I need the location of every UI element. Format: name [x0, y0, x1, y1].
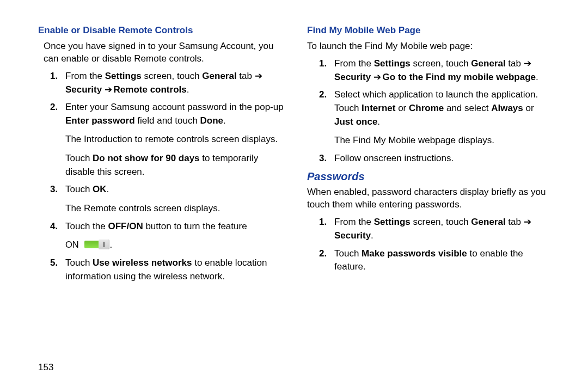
sub-text: The Remote controls screen displays.: [65, 202, 285, 216]
steps-passwords: 1. From the Settings screen, touch Gener…: [307, 216, 554, 274]
text: Touch: [334, 248, 362, 259]
text: screen, touch: [411, 58, 471, 69]
arrow-icon: ➔: [105, 83, 111, 97]
sub-text: ON .: [65, 238, 285, 252]
list-item: 3. Touch OK. The Remote controls screen …: [38, 183, 285, 215]
text-bold: Security: [334, 230, 371, 241]
step-number: 5.: [50, 256, 58, 270]
text: tab: [506, 217, 524, 227]
text: button to turn the feature: [143, 221, 247, 231]
left-column: Enable or Disable Remote Controls Once y…: [38, 25, 285, 287]
step-number: 2.: [50, 101, 58, 114]
list-item: 2. Select which application to launch th…: [307, 88, 554, 148]
sub-text: The Find My Mobile webpage displays.: [334, 134, 554, 148]
arrow-icon: ➔: [373, 71, 380, 84]
text-bold: Security: [334, 72, 371, 82]
heading-passwords: Passwords: [307, 170, 554, 183]
text: Touch: [65, 258, 93, 268]
intro-passwords: When enabled, password characters displa…: [307, 186, 554, 211]
text: From the: [334, 217, 374, 227]
text-bold: OFF/ON: [108, 221, 143, 231]
text: or: [395, 103, 409, 113]
text-bold: Remote controls: [114, 84, 187, 95]
heading-find-my-mobile: Find My Mobile Web Page: [307, 25, 554, 36]
step-number: 4.: [50, 220, 58, 234]
intro-find-my-mobile: To launch the Find My Mobile web page:: [307, 40, 554, 53]
text: Touch the: [65, 221, 108, 231]
text: tab: [506, 58, 524, 69]
text-bold: Chrome: [409, 103, 444, 113]
text: and select: [444, 103, 491, 113]
text-bold: General: [202, 71, 236, 81]
heading-remote-controls: Enable or Disable Remote Controls: [38, 25, 285, 36]
text-bold: General: [471, 217, 505, 227]
toggle-on-icon: [84, 240, 109, 249]
text: .: [187, 84, 189, 95]
steps-find-my-mobile: 1. From the Settings screen, touch Gener…: [307, 57, 554, 165]
text-bold: Make passwords visible: [362, 248, 467, 259]
text: field and touch: [135, 115, 200, 126]
arrow-icon: ➔: [524, 57, 530, 71]
step-number: 3.: [50, 183, 58, 197]
text-bold: Settings: [374, 217, 411, 227]
text: or: [523, 103, 534, 113]
text-bold: Go to the Find my mobile webpage: [383, 72, 536, 82]
list-item: 1. From the Settings screen, touch Gener…: [307, 57, 554, 84]
list-item: 4. Touch the OFF/ON button to turn the f…: [38, 220, 285, 252]
step-number: 1.: [50, 70, 58, 83]
text-bold: Use wireless networks: [93, 258, 192, 268]
sub-text: The Introduction to remote controls scre…: [65, 133, 285, 146]
text-bold: Settings: [374, 58, 411, 69]
text: .: [371, 230, 373, 241]
list-item: 2. Enter your Samsung account password i…: [38, 101, 285, 179]
text-bold: Security: [65, 84, 102, 95]
arrow-icon: ➔: [524, 216, 530, 229]
intro-remote-controls: Once you have signed in to your Samsung …: [38, 40, 285, 65]
steps-remote-controls: 1. From the Settings screen, touch Gener…: [38, 70, 285, 283]
on-label: ON: [65, 240, 79, 249]
list-item: 3. Follow onscreen instructions.: [307, 152, 554, 166]
text-bold: General: [471, 58, 505, 69]
text: Enter your Samsung account password in t…: [65, 102, 284, 112]
text: Touch: [65, 153, 93, 163]
text-bold: OK: [93, 184, 107, 194]
page-number: 153: [38, 362, 53, 373]
text: Follow onscreen instructions.: [334, 153, 454, 163]
columns: Enable or Disable Remote Controls Once y…: [38, 25, 554, 287]
step-number: 2.: [319, 247, 327, 261]
text: screen, touch: [142, 71, 203, 81]
text-bold: Settings: [105, 71, 142, 81]
list-item: 1. From the Settings screen, touch Gener…: [307, 216, 554, 242]
step-number: 1.: [319, 57, 327, 71]
list-item: 1. From the Settings screen, touch Gener…: [38, 70, 285, 96]
list-item: 2. Touch Make passwords visible to enabl…: [307, 247, 554, 274]
text-bold: Do not show for 90 days: [93, 153, 199, 163]
step-number: 3.: [319, 152, 327, 166]
text-bold: Enter password: [65, 115, 135, 126]
text: .: [377, 117, 380, 127]
text: .: [223, 115, 226, 126]
text: .: [107, 184, 109, 194]
list-item: 5. Touch Use wireless networks to enable…: [38, 256, 285, 283]
text: .: [536, 72, 538, 82]
right-column: Find My Mobile Web Page To launch the Fi…: [307, 25, 554, 287]
manual-page: Enable or Disable Remote Controls Once y…: [0, 0, 588, 392]
text: Touch: [65, 184, 93, 194]
text: screen, touch: [411, 217, 471, 227]
arrow-icon: ➔: [255, 70, 261, 83]
text: From the: [65, 71, 105, 81]
sub-text: Touch Do not show for 90 days to tempora…: [65, 152, 285, 179]
step-number: 1.: [319, 216, 327, 229]
step-number: 2.: [319, 88, 327, 102]
text-bold: Done: [200, 115, 224, 126]
text: tab: [237, 71, 255, 81]
text-bold: Internet: [362, 103, 395, 113]
text-bold: Just once: [334, 117, 377, 127]
text: From the: [334, 58, 374, 69]
text-bold: Always: [491, 103, 523, 113]
